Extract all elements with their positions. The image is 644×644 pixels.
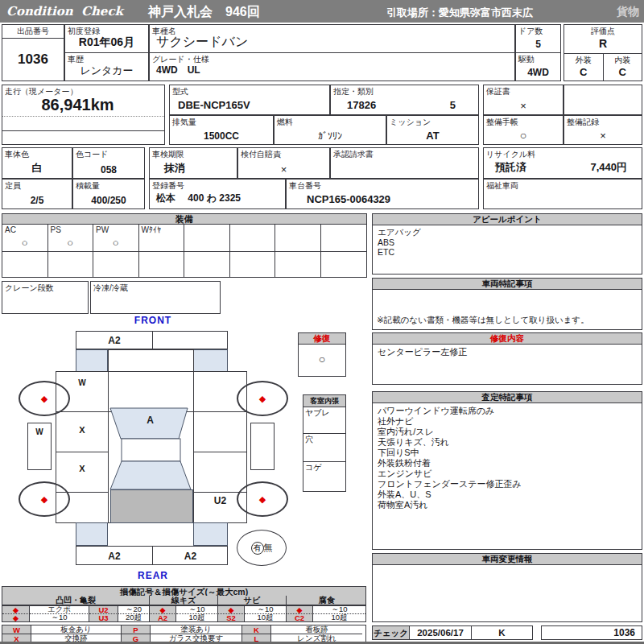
class-cell: 指定・類別 17826 5 — [330, 85, 479, 115]
legend-symbol-diamond: ◆ — [218, 606, 245, 614]
legend-group: サビ — [218, 596, 287, 605]
exterior-value: C — [564, 66, 603, 78]
legend-code-k: K — [242, 625, 271, 634]
spare-tire-indicator: 有無 — [237, 530, 287, 566]
displacement-value: 1500CC — [170, 130, 273, 142]
equipment-label: PW — [96, 225, 109, 234]
warranty-cell: 保証書 × — [483, 85, 564, 115]
divider — [2, 116, 164, 117]
legend-symbol-u2: U2 — [89, 606, 118, 614]
load-label: 積載量 — [76, 180, 100, 192]
assessment-item: 外装鉄粉付着 — [373, 458, 642, 469]
legend-code-w: W — [2, 625, 31, 634]
type-label: 型式 — [172, 86, 188, 97]
legend-cell: 10超 — [176, 614, 218, 621]
score-label: 評価点 — [564, 25, 642, 37]
roof-panel — [110, 489, 193, 523]
maintenance-record-value: × — [564, 130, 642, 142]
assessment-item: フロントフェンダーステー修正歪み — [373, 479, 642, 489]
body-color-value: 白 — [2, 161, 72, 175]
equipment-grid: AC○ PS○ PW○ Wﾀｲﾔ — [2, 224, 367, 278]
body-color-label: 車体色 — [5, 149, 29, 160]
assessment-item: パワーウインドウ運転席のみ — [373, 406, 642, 416]
cabin-row-burn: コゲ — [303, 462, 345, 492]
body-color-cell: 車体色 白 — [2, 147, 72, 179]
equipment-cell-pw: PW○ — [93, 225, 139, 252]
check-inspector-cell: K — [471, 625, 533, 640]
legend-symbol-u3: U3 — [89, 614, 118, 621]
insurance-label: 検付自賠責 — [241, 149, 281, 160]
assessment-panel: 査定特記事項 パワーウインドウ運転席のみ 社外ナビ 室内汚れ/スレ 天張りキズ、… — [372, 391, 642, 550]
score-value: R — [564, 37, 642, 50]
inspection-value: 抹消 — [150, 161, 237, 175]
crane-label: クレーン段数 — [5, 283, 54, 294]
legend-group: 線キズ — [150, 596, 218, 605]
legend-cell: 20超 — [118, 614, 150, 621]
appeal-panel: アピールポイント エアバッグ ABS ETC — [372, 213, 642, 275]
assessment-item: 天張りキズ、汚れ — [373, 437, 642, 448]
damage-diamond-icon: ◆ — [41, 495, 47, 504]
assessment-item: 社外ナビ — [373, 416, 642, 427]
damage-diamond-icon: ◆ — [259, 394, 266, 403]
legend-symbol-diamond: ◆ — [2, 614, 30, 621]
cabin-row-label: ヤブレ — [303, 408, 330, 417]
legend-code-p: P — [122, 625, 151, 634]
header-bar: Condition Check 神戸入札会 946回 引取場所：愛知県弥富市西末… — [0, 0, 644, 23]
legend-symbol-c2: C2 — [287, 614, 313, 621]
legend-groups: 凸凹・亀裂 線キズ サビ 腐食 — [2, 596, 366, 605]
recycle-fee: 7,440円 — [590, 160, 627, 175]
model-cell: 車種名 サクシードバン — [149, 24, 515, 53]
equipment-cell-empty — [230, 225, 276, 252]
approval-cell: 承認請求書 — [330, 147, 479, 179]
equipment-value: ○ — [2, 237, 47, 249]
legend-group: 凸凹・亀裂 — [2, 596, 150, 605]
legend-symbol-diamond: ◆ — [150, 606, 176, 614]
check-date-cell: 2025/06/17 — [409, 625, 472, 640]
score-cell: 評価点 R 外装 C 内装 C — [564, 24, 642, 81]
front-bumper-a2-mark: A2 — [76, 335, 152, 346]
history-cell: 車歴 レンタカー — [64, 52, 149, 81]
vehicle-notes-title: 車両特記事項 — [373, 279, 642, 290]
equipment-label: AC — [5, 225, 16, 234]
right-rear-damage-mark: U2 — [193, 495, 247, 506]
cabin-row-label: 穴 — [303, 435, 313, 444]
inspection-label: 車検期限 — [152, 149, 184, 160]
welfare-label: 福祉車両 — [486, 180, 518, 192]
mileage-value: 86,941km — [2, 96, 153, 114]
maintenance-record-label: 整備記録 — [567, 117, 599, 128]
cabin-row-label: コゲ — [303, 463, 321, 472]
left-door1-damage-mark: X — [56, 425, 109, 435]
divider — [193, 411, 247, 412]
equipment-cell-wtire: Wﾀｲﾔ — [139, 225, 185, 252]
left-mirror: W — [27, 423, 52, 470]
repair-detail-content: センターピラー左修正 — [373, 345, 642, 357]
right-mirror — [250, 423, 275, 470]
equipment-label: PS — [51, 225, 61, 234]
load-cell: 積載量 400/250 — [72, 179, 145, 209]
history-value: レンタカー — [65, 64, 148, 78]
divider — [56, 452, 109, 452]
mission-cell: ミッション AT — [386, 115, 479, 145]
equipment-cell-empty — [93, 252, 139, 278]
rear-bumper: A2 A2 — [76, 546, 228, 565]
cabin-row-hole: 穴 — [303, 434, 345, 462]
regno-value: 松本 400 わ 2325 — [156, 192, 241, 205]
assessment-title: 査定特記事項 — [373, 392, 642, 403]
lot-number: 1036 — [2, 52, 64, 68]
brand-logo: Condition Check — [6, 4, 123, 19]
warranty-value: × — [484, 100, 563, 112]
equipment-cell-ac: AC○ — [2, 225, 48, 252]
doors-cell: ドア数 5 — [515, 24, 561, 53]
drive-value: 4WD — [516, 67, 560, 78]
load-value: 400/250 — [73, 195, 144, 206]
front-glass-right — [193, 349, 228, 372]
chassis-cell: 車台番号 NCP165-0064329 — [286, 179, 479, 209]
divider — [56, 492, 109, 493]
model-value: サクシードバン — [156, 34, 248, 51]
drive-label: 駆動 — [518, 54, 535, 65]
repair-detail-title: 修復内容 — [373, 333, 642, 345]
front-glass-left — [76, 349, 108, 372]
chassis-value: NCP165-0064329 — [307, 193, 390, 205]
legend-symbol-s2: S2 — [218, 614, 245, 621]
front-bumper: A2 — [76, 331, 228, 349]
